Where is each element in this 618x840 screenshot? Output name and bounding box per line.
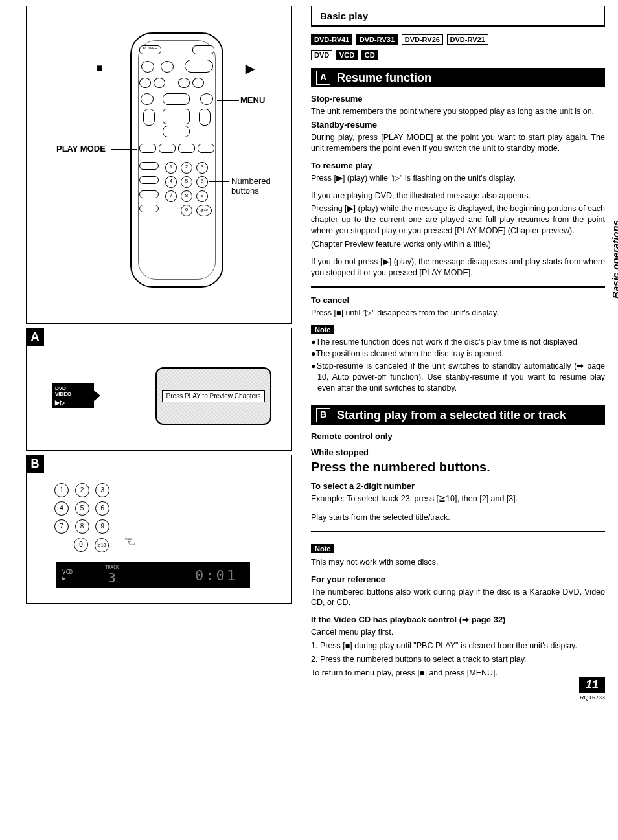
side-btn-3 (139, 190, 159, 198)
hand-press-icon: ☜ (124, 533, 137, 550)
section-a-heading: A Resume function (311, 68, 605, 87)
badge-vcd: VCD (336, 50, 358, 60)
nb-0: 0 (74, 538, 88, 552)
side-label: Basic operations (610, 220, 618, 299)
note-label-a: Note (311, 325, 334, 334)
page-number: 11 (579, 677, 605, 693)
num-4: 4 (165, 176, 177, 188)
misc-button-3 (198, 144, 214, 153)
ref-h: For your reference (311, 574, 605, 584)
nb-6: 6 (95, 501, 109, 516)
stop-resume-t: The unit remembers the point where you s… (311, 106, 605, 117)
play-line (212, 69, 243, 69)
playmode-callout: PLAY MODE (56, 144, 106, 153)
section-b-letter: B (316, 408, 330, 422)
side-btn-2 (139, 176, 159, 184)
menu-line (217, 100, 239, 101)
section-a-letter: A (316, 71, 330, 85)
play-button-icon (185, 60, 213, 73)
menu-button (200, 93, 213, 105)
standby-resume-h: Standby-resume (311, 120, 605, 130)
vcd-pbc-3: To return to menu play, press [■] and pr… (311, 668, 605, 679)
num-1: 1 (165, 162, 177, 174)
num-3: 3 (196, 162, 208, 174)
play-callout: ▶ (246, 62, 255, 76)
press-numbered: Press the numbered buttons. (311, 460, 605, 475)
dpad-left-icon (143, 109, 155, 126)
nb-gte10: ≧10 (95, 538, 109, 552)
numpad: 1 2 3 4 5 6 7 8 9 0 ≧10 (52, 481, 111, 554)
figure-b-marker: B (26, 455, 44, 473)
section-b-title: Starting play from a selected title or t… (337, 409, 566, 422)
badge-rv26: DVD-RV26 (402, 34, 443, 45)
num-gte10: ≧10 (196, 205, 212, 216)
while-stopped: While stopped (311, 448, 605, 457)
pause-button-icon (161, 61, 174, 73)
num-2: 2 (181, 162, 192, 174)
vcd-pbc-2: 2. Press the numbered buttons to select … (311, 654, 605, 665)
standby-resume-t: During play, press [PLAY MODE] at the po… (311, 132, 605, 154)
dpad-down-icon (163, 126, 190, 137)
dpad-right-icon (199, 109, 211, 126)
model-badges: DVD-RV41 DVD-RV31 DVD-RV26 DVD-RV21 (311, 34, 605, 45)
track-label: TRACK (105, 565, 119, 570)
playmode-button (139, 144, 156, 153)
enter-button (163, 109, 190, 124)
track-number: 3 (105, 570, 119, 585)
page-footer: 11 RQT5733 (579, 677, 605, 701)
stop-resume-h: Stop-resume (311, 94, 605, 104)
note-b-text: This may not work with some discs. (311, 557, 605, 568)
preview-text: Press PLAY to Preview Chapters (162, 390, 266, 402)
side-btn-4 (139, 205, 159, 212)
topmenu-button (141, 93, 154, 105)
dvd-msg-1: If you are playing DVD, the illustrated … (311, 190, 605, 201)
badge-rv21: DVD-RV21 (447, 34, 488, 45)
nb-3: 3 (95, 483, 109, 497)
ref-t: The numbered buttons also work during pl… (311, 587, 605, 609)
vcd-pbc-h: If the Video CD has playback control (➡ … (311, 615, 605, 624)
nb-1: 1 (54, 483, 69, 497)
num-7: 7 (165, 190, 177, 202)
nb-4: 4 (54, 501, 69, 516)
section-a-title: Resume function (337, 71, 431, 85)
dvd-video-tag: DVD VIDEO ▶▷ (52, 383, 94, 408)
nb-8: 8 (75, 519, 89, 534)
playmode-line (111, 149, 137, 150)
figure-b: B 1 2 3 4 5 6 7 8 9 0 (26, 455, 292, 604)
num-6: 6 (196, 176, 208, 188)
two-digit-t: Example: To select track 23, press [≧10]… (311, 494, 605, 505)
numbered-callout: Numbered buttons (231, 176, 291, 196)
disc-badges: DVD VCD CD (311, 50, 605, 60)
search-rev-icon (178, 78, 190, 88)
right-column: Basic play DVD-RV41 DVD-RV31 DVD-RV26 DV… (292, 6, 605, 681)
two-digit-h: To select a 2-digit number (311, 481, 605, 491)
vcd-pbc-0: Cancel menu play first. (311, 627, 605, 638)
note-label-b: Note (311, 544, 334, 553)
play-starts: Play starts from the selected title/trac… (311, 512, 605, 523)
divider-1 (311, 286, 605, 288)
figure-a: A DVD VIDEO ▶▷ Press PLAY to Preview Cha… (26, 328, 292, 451)
divider-2 (311, 531, 605, 532)
badge-dvd: DVD (311, 50, 332, 60)
section-b-heading: B Starting play from a selected title or… (311, 405, 605, 425)
preview-screen: Press PLAY to Preview Chapters (155, 367, 271, 425)
time-display: 0:01 (195, 567, 237, 584)
remote-diagram: POWER (26, 6, 292, 324)
vcd-display: VCD ▶ TRACK 3 0:01 (56, 562, 250, 588)
basic-play-header: Basic play (311, 6, 605, 27)
skip-prev-icon (139, 78, 151, 88)
left-column: POWER (26, 6, 292, 681)
num-8: 8 (181, 190, 192, 202)
skip-next-icon (154, 78, 165, 88)
to-resume-t: Press [▶] (play) while "▷" is flashing o… (311, 173, 605, 184)
num-9: 9 (196, 190, 208, 202)
menu-callout: MENU (240, 95, 265, 105)
nb-5: 5 (75, 501, 89, 516)
note-a-1: ●The resume function does not work if th… (311, 337, 605, 348)
cancel-t: Press [■] until "▷" disappears from the … (311, 308, 605, 319)
badge-rv41: DVD-RV41 (311, 34, 352, 45)
open-close-button (192, 45, 214, 54)
nb-2: 2 (75, 483, 89, 497)
badge-rv31: DVD-RV31 (356, 34, 398, 45)
vcd-label: VCD (62, 569, 73, 575)
